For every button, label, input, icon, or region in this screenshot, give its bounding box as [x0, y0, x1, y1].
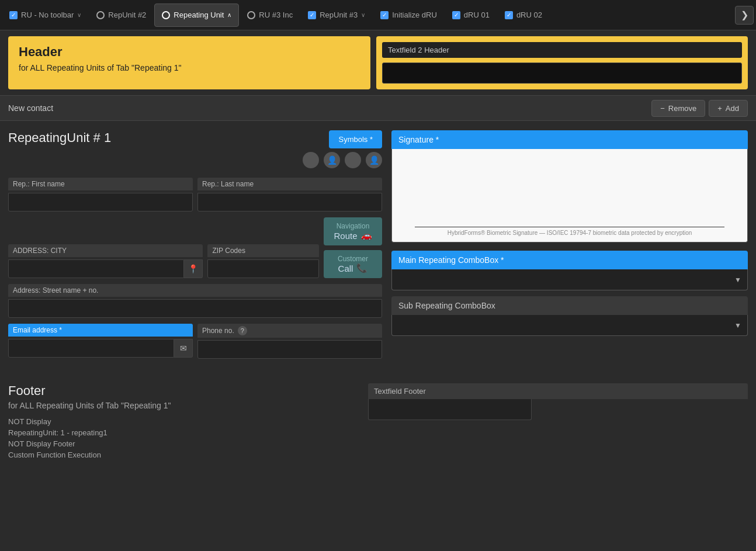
- tab-chevron-5: ∨: [361, 12, 365, 18]
- footer-right: Textfield Footer: [368, 383, 748, 462]
- zip-group: ZIP Codes: [207, 244, 319, 278]
- phone-input[interactable]: [197, 340, 382, 359]
- tab-chevron-1: ∨: [77, 12, 81, 18]
- add-label: Add: [726, 104, 739, 113]
- zip-label: ZIP Codes: [207, 244, 319, 257]
- main-content: RepeatingUnit # 1 Symbols * 👤 👤 Rep.: Fi…: [0, 121, 756, 374]
- main-combo-section: Main Repeating ComboBox * ▼: [391, 251, 748, 290]
- repeating-header: RepeatingUnit # 1 Symbols * 👤 👤: [8, 130, 382, 168]
- symbols-icons: 👤 👤: [303, 152, 382, 168]
- symbol-person-1: 👤: [324, 152, 340, 168]
- signature-line: [415, 227, 724, 227]
- zip-input[interactable]: [207, 259, 319, 278]
- street-group: Address: Street name + no.: [8, 284, 382, 318]
- textfield-footer-input[interactable]: [368, 399, 532, 420]
- tab-circle-icon-3: [162, 11, 170, 19]
- signature-footer-text: HybridForms® Biometric Signature — ISO/I…: [448, 230, 692, 236]
- tab-label-4: RU #3 Inc: [259, 11, 293, 19]
- tab-circle-icon-2: [96, 11, 105, 19]
- last-name-input[interactable]: [197, 193, 382, 212]
- symbols-button[interactable]: Symbols *: [329, 130, 382, 148]
- tab-more-button[interactable]: ❯: [735, 6, 754, 25]
- signature-header: Signature *: [391, 130, 748, 149]
- main-combo-arrow: ▼: [734, 276, 741, 284]
- tab-dru01[interactable]: ✓ dRU 01: [445, 4, 497, 27]
- customer-label: Customer: [332, 255, 374, 263]
- route-content: Route 🚗: [332, 230, 374, 241]
- phone-label-text: Phone no.: [202, 327, 234, 335]
- tab-label-2: RepUnit #2: [108, 11, 146, 19]
- phone-help-icon[interactable]: ?: [238, 326, 247, 335]
- phone-icon: 📞: [356, 263, 367, 273]
- tab-initialize-dru[interactable]: ✓ Initialize dRU: [373, 4, 444, 27]
- tab-repunit2[interactable]: RepUnit #2: [89, 4, 153, 27]
- navigation-label: Navigation: [332, 222, 374, 230]
- footer-area: Footer for ALL Repeating Units of Tab "R…: [0, 374, 756, 471]
- textfield2-header-label: Textfield 2 Header: [382, 42, 742, 58]
- footer-info-3: NOT Display Footer: [8, 439, 359, 448]
- call-content: Call 📞: [332, 263, 374, 273]
- minus-icon: −: [660, 104, 665, 113]
- symbol-circle-1: [303, 152, 319, 168]
- phone-label-row: Phone no. ?: [197, 324, 382, 338]
- address-zip-nav-row: ADDRESS: CITY 📍 ZIP Codes Navigation Rou…: [8, 217, 382, 278]
- street-row: Address: Street name + no.: [8, 284, 382, 318]
- tab-ru3-inc[interactable]: RU #3 Inc: [240, 4, 300, 27]
- toolbar: New contact − Remove + Add: [0, 95, 756, 121]
- email-input[interactable]: [8, 339, 174, 358]
- header-title: Header: [19, 44, 360, 60]
- tab-repeating-unit[interactable]: Repeating Unit ∧: [154, 4, 239, 27]
- email-group: Email address * ✉: [8, 324, 193, 359]
- main-combo-label: Main Repeating ComboBox *: [391, 251, 748, 269]
- tab-ru-no-toolbar[interactable]: ✓ RU - No toolbar ∨: [2, 4, 88, 27]
- tab-dru02[interactable]: ✓ dRU 02: [498, 4, 549, 27]
- footer-info-4: Custom Function Execution: [8, 450, 359, 459]
- navigation-button[interactable]: Navigation Route 🚗: [324, 217, 382, 245]
- phone-group: Phone no. ?: [197, 324, 382, 359]
- call-label: Call: [338, 264, 353, 273]
- city-label: ADDRESS: CITY: [8, 244, 203, 257]
- right-panel: Signature * HybridForms® Biometric Signa…: [382, 130, 748, 365]
- tab-repunit3[interactable]: ✓ RepUnit #3 ∨: [301, 4, 372, 27]
- tab-check-icon-5: ✓: [308, 11, 316, 19]
- toolbar-title: New contact: [8, 103, 53, 113]
- route-label: Route: [334, 231, 357, 241]
- city-input[interactable]: [8, 259, 184, 278]
- email-icon-btn[interactable]: ✉: [174, 339, 193, 358]
- last-name-group: Rep.: Last name: [197, 178, 382, 212]
- tab-circle-icon-4: [247, 11, 255, 19]
- sub-combo-input[interactable]: ▼: [391, 315, 748, 336]
- add-button[interactable]: + Add: [709, 100, 748, 117]
- signature-body[interactable]: HybridForms® Biometric Signature — ISO/I…: [391, 149, 748, 242]
- first-name-input[interactable]: [8, 193, 193, 212]
- city-group: ADDRESS: CITY 📍: [8, 244, 203, 278]
- header-subtitle: for ALL Repeating Units of Tab "Repeatin…: [19, 63, 360, 72]
- tab-chevron-3: ∧: [227, 12, 231, 18]
- textfield-footer-label: Textfield Footer: [368, 383, 748, 399]
- customer-button[interactable]: Customer Call 📞: [324, 250, 382, 278]
- email-phone-row: Email address * ✉ Phone no. ?: [8, 324, 382, 359]
- sub-combo-section: Sub Repeating ComboBox ▼: [391, 296, 748, 336]
- symbol-circle-2: [345, 152, 361, 168]
- street-input[interactable]: [8, 299, 382, 318]
- city-input-group: 📍: [8, 259, 203, 278]
- footer-info-1: NOT Display: [8, 417, 359, 426]
- tab-check-icon-1: ✓: [9, 11, 18, 19]
- remove-button[interactable]: − Remove: [651, 100, 705, 117]
- header-right-panel: Textfield 2 Header: [376, 36, 748, 89]
- main-combo-input[interactable]: ▼: [391, 269, 748, 290]
- footer-info-2: RepeatingUnit: 1 - repeating1: [8, 428, 359, 437]
- nav-customer-group: Navigation Route 🚗 Customer Call 📞: [324, 217, 382, 278]
- street-label: Address: Street name + no.: [8, 284, 382, 297]
- textfield-footer-group: Textfield Footer: [368, 383, 748, 420]
- header-area: Header for ALL Repeating Units of Tab "R…: [0, 30, 756, 95]
- footer-left: Footer for ALL Repeating Units of Tab "R…: [8, 383, 359, 462]
- location-icon-btn[interactable]: 📍: [184, 259, 203, 278]
- textfield2-header-input[interactable]: [382, 63, 742, 84]
- footer-subtitle: for ALL Repeating Units of Tab "Repeatin…: [8, 401, 359, 410]
- tab-check-icon-8: ✓: [505, 11, 513, 19]
- first-name-group: Rep.: First name: [8, 178, 193, 212]
- left-panel: RepeatingUnit # 1 Symbols * 👤 👤 Rep.: Fi…: [8, 130, 382, 365]
- tab-check-icon-7: ✓: [452, 11, 460, 19]
- tab-label-5: RepUnit #3: [320, 11, 358, 19]
